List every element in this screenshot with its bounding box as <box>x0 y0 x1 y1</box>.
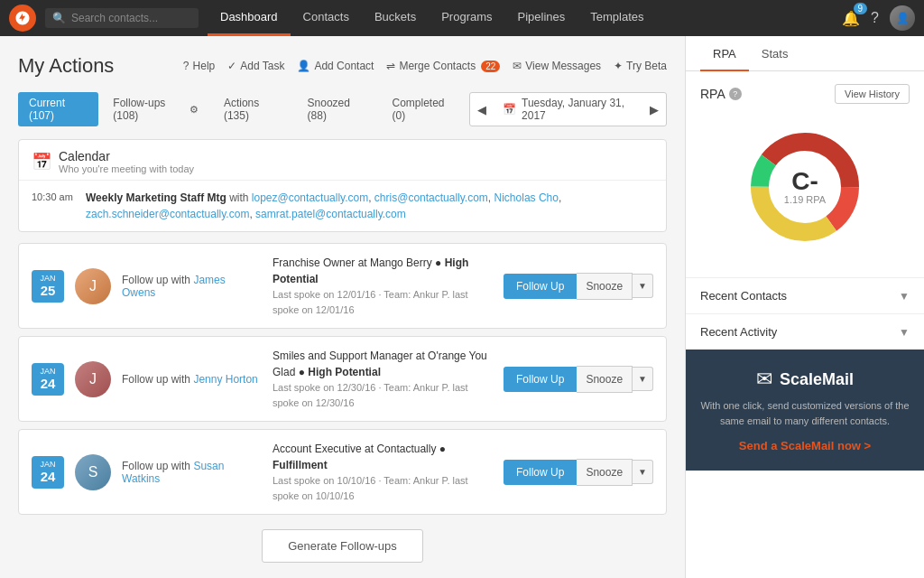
date-badge-3: Jan 24 <box>32 456 64 489</box>
generate-followups-button[interactable]: Generate Follow-ups <box>262 529 423 563</box>
recent-activity-section[interactable]: Recent Activity ▼ <box>686 313 924 350</box>
recent-contacts-section[interactable]: Recent Contacts ▼ <box>686 277 924 313</box>
calendar-title: Calendar <box>59 149 194 163</box>
recent-activity-chevron: ▼ <box>899 326 910 339</box>
right-panel: RPA Stats RPA ? View History <box>685 36 924 578</box>
header-actions: ? Help ✓ Add Task 👤 Add Contact ⇌ Merge … <box>183 60 667 72</box>
calendar-card: 📅 Calendar Who you're meeting with today… <box>18 139 667 232</box>
followup-info-3: Follow up with Susan Watkins <box>122 460 262 485</box>
rpa-info-icon[interactable]: ? <box>729 88 742 100</box>
event-attendee-3[interactable]: Nicholas Cho <box>494 191 559 204</box>
contact-avatar-2: J <box>75 361 111 397</box>
snooze-dropdown-3[interactable]: ▼ <box>633 460 653 484</box>
nav-buckets[interactable]: Buckets <box>362 0 429 36</box>
followup-row: Jan 25 J Follow up with James Owens Fran… <box>18 243 667 329</box>
date-navigator: ◀ 📅 Tuesday, January 31, 2017 ▶ <box>469 92 667 126</box>
recent-activity-label: Recent Activity <box>700 325 777 339</box>
notification-count: 9 <box>854 3 868 14</box>
snooze-dropdown-2[interactable]: ▼ <box>633 367 653 391</box>
calendar-header: 📅 Calendar Who you're meeting with today <box>19 140 666 181</box>
follow-up-button-1[interactable]: Follow Up <box>504 274 577 299</box>
calendar-box-icon: 📅 <box>32 152 51 172</box>
follow-up-button-3[interactable]: Follow Up <box>504 460 577 485</box>
navbar: 🔍 Dashboard Contacts Buckets Programs Pi… <box>0 0 924 36</box>
nav-contacts[interactable]: Contacts <box>291 0 362 36</box>
tabs-bar: Current (107) Follow-ups (108) ⚙ Actions… <box>18 92 667 126</box>
donut-svg <box>742 124 868 250</box>
nav-pipelines[interactable]: Pipelines <box>505 0 578 36</box>
beta-icon: ✦ <box>614 60 623 72</box>
followup-info-1: Follow up with James Owens <box>122 274 262 299</box>
page-header: My Actions ? Help ✓ Add Task 👤 Add Conta… <box>18 54 667 78</box>
help-link[interactable]: ? Help <box>183 60 215 72</box>
help-icon[interactable]: ? <box>871 10 879 26</box>
contact-name-2[interactable]: Jenny Horton <box>193 373 257 386</box>
search-icon: 🔍 <box>52 12 66 24</box>
event-time: 10:30 am <box>32 190 86 205</box>
tab-completed[interactable]: Completed (0) <box>382 92 467 126</box>
followup-actions-1: Follow Up Snooze ▼ <box>504 273 653 300</box>
tab-actions[interactable]: Actions (135) <box>213 92 293 126</box>
panel-tab-rpa[interactable]: RPA <box>700 36 749 71</box>
add-task-link[interactable]: ✓ Add Task <box>227 60 284 72</box>
date-prev-button[interactable]: ◀ <box>470 99 494 120</box>
followup-info-2: Follow up with Jenny Horton <box>122 373 262 386</box>
search-box[interactable]: 🔍 <box>45 8 199 28</box>
merge-icon: ⇌ <box>386 60 395 72</box>
date-next-button[interactable]: ▶ <box>642 99 666 120</box>
contact-avatar-1: J <box>75 268 111 304</box>
navbar-right: 🔔 9 ? 👤 <box>842 5 915 31</box>
tab-current[interactable]: Current (107) <box>18 92 98 126</box>
notification-bell[interactable]: 🔔 9 <box>842 10 860 27</box>
main-layout: My Actions ? Help ✓ Add Task 👤 Add Conta… <box>0 36 924 578</box>
recent-contacts-label: Recent Contacts <box>700 289 787 303</box>
event-attendee-4[interactable]: zach.schneider@contactually.com <box>86 208 249 220</box>
followup-list: Jan 25 J Follow up with James Owens Fran… <box>18 243 667 515</box>
app-logo[interactable] <box>9 5 36 32</box>
add-contact-icon: 👤 <box>297 60 310 72</box>
rpa-label-text: RPA <box>700 87 725 101</box>
panel-tab-stats[interactable]: Stats <box>749 36 801 71</box>
tab-snoozed[interactable]: Snoozed (88) <box>297 92 378 126</box>
followup-actions-2: Follow Up Snooze ▼ <box>504 366 653 393</box>
merge-badge: 22 <box>481 61 500 72</box>
nav-templates[interactable]: Templates <box>578 0 656 36</box>
add-task-icon: ✓ <box>227 60 236 72</box>
event-attendee-1[interactable]: lopez@contactually.com <box>252 191 368 204</box>
panel-tabs: RPA Stats <box>686 36 924 71</box>
event-attendee-5[interactable]: samrat.patel@contactually.com <box>255 208 406 220</box>
try-beta-link[interactable]: ✦ Try Beta <box>614 60 667 72</box>
snooze-button-1[interactable]: Snooze <box>577 273 633 300</box>
calendar-subtitle: Who you're meeting with today <box>59 163 194 174</box>
calendar-event: 10:30 am Weekly Marketing Staff Mtg with… <box>19 181 666 231</box>
user-avatar[interactable]: 👤 <box>890 5 915 31</box>
view-history-button[interactable]: View History <box>835 84 910 104</box>
rpa-section: RPA ? View History C- <box>686 71 924 277</box>
scalemail-description: With one click, send customized versions… <box>700 398 910 428</box>
snooze-button-2[interactable]: Snooze <box>577 366 633 393</box>
snooze-dropdown-1[interactable]: ▼ <box>633 274 653 298</box>
gear-icon: ⚙ <box>189 104 199 116</box>
messages-icon: ✉ <box>513 60 522 72</box>
contact-avatar-3: S <box>75 454 111 490</box>
followup-actions-3: Follow Up Snooze ▼ <box>504 459 653 486</box>
tab-followups[interactable]: Follow-ups (108) ⚙ <box>102 92 209 126</box>
date-badge-1: Jan 25 <box>32 270 64 303</box>
scalemail-name: ScaleMail <box>780 370 854 389</box>
scalemail-icon: ✉ <box>756 368 772 391</box>
followup-detail-3: Account Executive at Contactually ● Fulf… <box>273 441 493 503</box>
nav-dashboard[interactable]: Dashboard <box>208 0 291 36</box>
event-attendee-2[interactable]: chris@contactually.com <box>374 191 488 204</box>
followup-row: Jan 24 S Follow up with Susan Watkins Ac… <box>18 429 667 515</box>
add-contact-link[interactable]: 👤 Add Contact <box>297 60 374 72</box>
search-input[interactable] <box>71 12 191 24</box>
merge-contacts-link[interactable]: ⇌ Merge Contacts 22 <box>386 60 500 72</box>
followup-row: Jan 24 J Follow up with Jenny Horton Smi… <box>18 336 667 422</box>
view-messages-link[interactable]: ✉ View Messages <box>513 60 601 72</box>
follow-up-button-2[interactable]: Follow Up <box>504 367 577 392</box>
help-circle-icon: ? <box>183 60 189 72</box>
followup-detail-1: Franchise Owner at Mango Berry ● High Po… <box>273 255 493 317</box>
nav-programs[interactable]: Programs <box>429 0 504 36</box>
snooze-button-3[interactable]: Snooze <box>577 459 633 486</box>
scalemail-cta-link[interactable]: Send a ScaleMail now > <box>739 439 871 452</box>
